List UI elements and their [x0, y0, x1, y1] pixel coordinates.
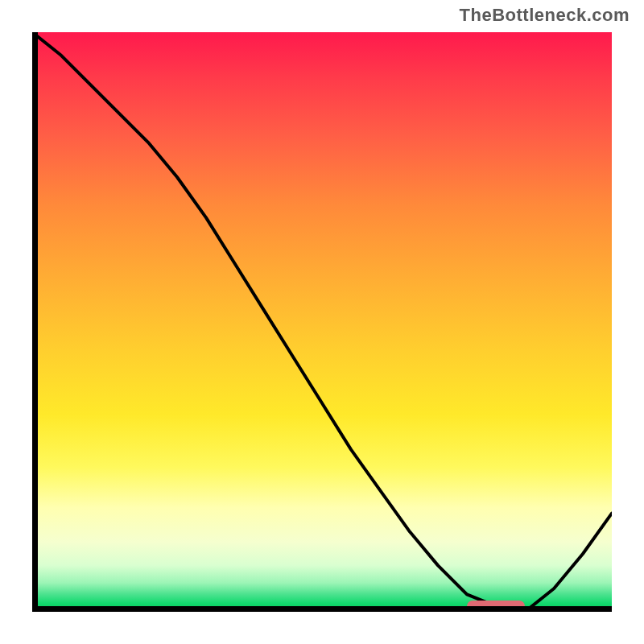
optimal-range-marker [467, 601, 525, 612]
chart-stage: TheBottleneck.com [0, 0, 644, 644]
plot-background [32, 32, 612, 612]
watermark-text: TheBottleneck.com [460, 5, 630, 26]
